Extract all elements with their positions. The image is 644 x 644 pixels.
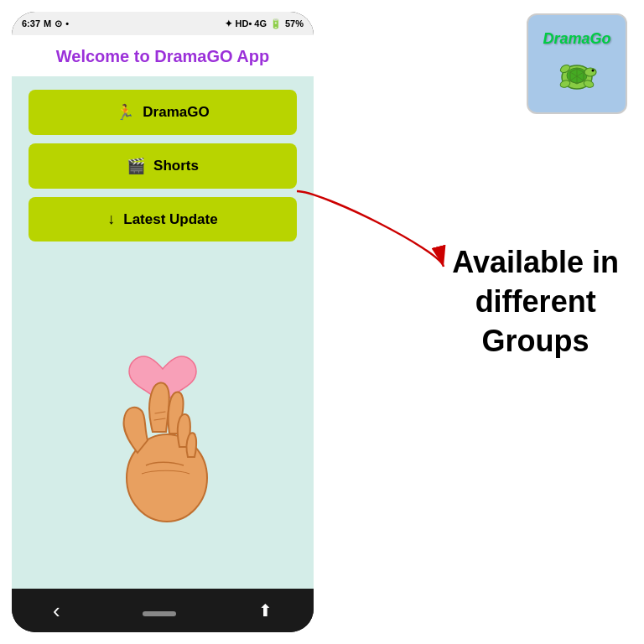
shorts-button[interactable]: 🎬 Shorts: [29, 143, 297, 189]
bluetooth-icon: ✦: [225, 18, 232, 29]
available-text: Available in different Groups: [452, 243, 619, 361]
dramago-button[interactable]: 🏃 DramaGO: [29, 90, 297, 135]
arrow-annotation: [288, 183, 456, 292]
email-icon: M: [44, 18, 51, 29]
available-line1: Available in: [452, 245, 619, 279]
shorts-icon: 🎬: [127, 157, 145, 175]
dramago-icon: 🏃: [116, 103, 134, 122]
notification-icon: ⊙: [55, 18, 62, 29]
battery-icon: 🔋: [270, 18, 282, 29]
dramago-logo: DramaGo: [527, 13, 627, 114]
download-icon: ↓: [107, 210, 115, 228]
latest-update-label: Latest Update: [123, 211, 217, 228]
available-line3: Groups: [482, 324, 589, 358]
status-right: ✦ HD• 4G 🔋 57%: [225, 18, 304, 29]
network-label: HD• 4G: [236, 18, 267, 29]
logo-inner: DramaGo: [538, 25, 615, 102]
latest-update-button[interactable]: ↓ Latest Update: [29, 197, 297, 242]
finger-heart-illustration: [79, 242, 247, 589]
status-left: 6:37 M ⊙ •: [22, 18, 69, 29]
dramago-label: DramaGO: [143, 104, 209, 121]
home-button[interactable]: [143, 611, 176, 616]
button-area: 🏃 DramaGO 🎬 Shorts ↓ Latest Update: [12, 76, 314, 242]
recents-button[interactable]: ⬆: [258, 600, 273, 621]
back-button[interactable]: ‹: [53, 598, 60, 624]
status-bar: 6:37 M ⊙ • ✦ HD• 4G 🔋 57%: [12, 12, 314, 35]
logo-go: Go: [590, 30, 611, 47]
logo-text: DramaGo: [543, 30, 610, 49]
battery-level: 57%: [285, 18, 304, 29]
svg-point-12: [592, 69, 595, 71]
app-title: Welcome to DramaGO App: [56, 47, 270, 65]
logo-drama: Drama: [543, 30, 589, 47]
dot-icon: •: [65, 18, 69, 29]
app-header: Welcome to DramaGO App: [12, 35, 314, 76]
app-screen: Welcome to DramaGO App 🏃 DramaGO 🎬 Short…: [12, 35, 314, 589]
available-line2: different: [475, 284, 596, 319]
svg-point-5: [584, 68, 596, 76]
time: 6:37: [22, 18, 40, 29]
phone-frame: 6:37 M ⊙ • ✦ HD• 4G 🔋 57% Welcome to Dra…: [12, 12, 314, 632]
navigation-bar: ‹ ⬆: [12, 589, 314, 632]
shorts-label: Shorts: [153, 158, 199, 174]
